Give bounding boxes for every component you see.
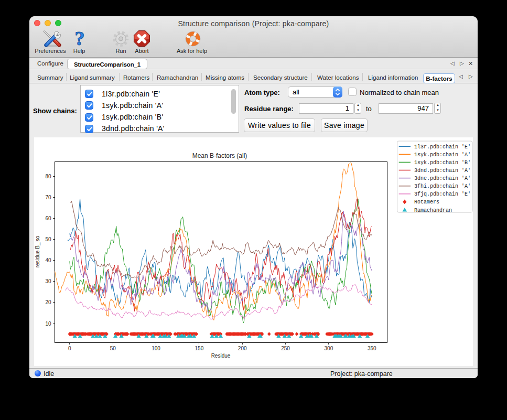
svg-text:✓: ✓	[67, 236, 72, 243]
svg-text:20: 20	[45, 299, 51, 305]
svg-text:40: 40	[45, 257, 51, 263]
svg-text:70: 70	[45, 195, 51, 200]
svg-text:100: 100	[152, 346, 160, 351]
svg-text:60: 60	[45, 216, 51, 221]
svg-text:200: 200	[238, 346, 247, 351]
svg-text:Residue: Residue	[211, 353, 231, 359]
svg-text:250: 250	[281, 346, 290, 351]
svg-text:Ramachandran: Ramachandran	[414, 208, 452, 213]
svg-text:3dnd.pdb:chain 'A': 3dnd.pdb:chain 'A'	[414, 168, 471, 174]
svg-text:3fhi.pdb:chain 'A': 3fhi.pdb:chain 'A'	[414, 184, 471, 189]
svg-text:50: 50	[45, 236, 51, 242]
svg-text:3fjq.pdb:chain 'E': 3fjq.pdb:chain 'E'	[414, 191, 471, 197]
svg-text:10: 10	[45, 321, 51, 327]
svg-text:300: 300	[325, 346, 333, 351]
svg-text:Mean B-factors (all): Mean B-factors (all)	[192, 152, 247, 159]
svg-text:3dne.pdb:chain 'A': 3dne.pdb:chain 'A'	[414, 176, 471, 181]
svg-text:1syk.pdb:chain 'B': 1syk.pdb:chain 'B'	[414, 160, 471, 166]
svg-text:150: 150	[195, 346, 204, 351]
svg-text:1syk.pdb:chain 'A': 1syk.pdb:chain 'A'	[414, 152, 471, 158]
svg-text:1l3r.pdb:chain 'E': 1l3r.pdb:chain 'E'	[414, 144, 471, 150]
svg-text:?: ?	[75, 30, 85, 49]
svg-text:residue B_iso: residue B_iso	[35, 235, 40, 267]
svg-text:0: 0	[68, 346, 71, 351]
svg-text:30: 30	[45, 278, 51, 284]
svg-text:80: 80	[45, 174, 51, 179]
svg-text:50: 50	[110, 346, 116, 351]
svg-text:Rotamers: Rotamers	[414, 199, 439, 205]
svg-text:350: 350	[368, 346, 376, 351]
